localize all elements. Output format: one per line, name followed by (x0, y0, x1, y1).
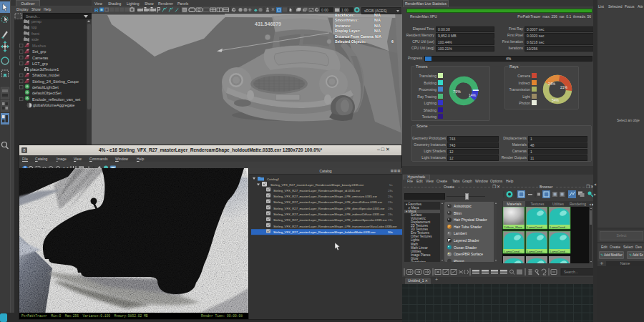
svg-text:Shadow_model: Shadow_model (32, 73, 59, 77)
svg-text:5s: 5s (389, 183, 393, 187)
svg-text:Stirling_VFX_R27_masterLayer_R: Stirling_VFX_R27_masterLayer_RendercamSh… (273, 218, 387, 222)
svg-text:LamaCond...: LamaCond... (504, 250, 522, 253)
svg-text:28s: 28s (388, 189, 393, 192)
svg-text:R: R (94, 7, 99, 13)
svg-text:Stirling_VFX_R27_masterLayer_R: Stirling_VFX_R27_masterLayer_RendercamSh… (273, 200, 383, 204)
svg-text:Stirling_VFX_R27_masterLayer_R: Stirling_VFX_R27_masterLayer_RendercamSh… (273, 230, 376, 234)
svg-text:globalVolumeAggregate: globalVolumeAggregate (33, 103, 74, 107)
svg-text:Blinn: Blinn (454, 211, 462, 215)
svg-text:Diffuse_Flare: Diffuse_Flare (504, 225, 523, 229)
svg-text:place3dTexture1: place3dTexture1 (30, 67, 59, 72)
svg-text:side: side (31, 37, 39, 42)
svg-text:28s: 28s (388, 213, 393, 216)
svg-text:LGT_grp: LGT_grp (32, 62, 48, 66)
svg-text:Set_grp: Set_grp (32, 49, 46, 54)
svg-text:431.546879: 431.546879 (255, 21, 281, 26)
svg-text:front: front (31, 31, 39, 36)
svg-text:Stirling_VFX_R27_masterLayer_R: Stirling_VFX_R27_masterLayer_RendercamSh… (273, 213, 385, 216)
svg-text:LamaCond...: LamaCond... (527, 225, 545, 229)
svg-text:defaultObjectSet: defaultObjectSet (32, 91, 62, 95)
svg-text:Search...: Search... (564, 270, 578, 274)
svg-text:30s: 30s (388, 230, 393, 234)
svg-text:LamaCond...: LamaCond... (550, 250, 568, 253)
svg-text:Stirling_VFX_R27_masterLayer_R: Stirling_VFX_R27_masterLayer_RendercamSh… (273, 225, 397, 228)
svg-text:54%: 54% (552, 98, 560, 102)
svg-text:Phong: Phong (454, 259, 464, 262)
svg-text:defaultLightSet: defaultLightSet (32, 85, 59, 89)
svg-text:28s: 28s (388, 225, 393, 228)
svg-text:Ocean Shader: Ocean Shader (454, 245, 477, 250)
svg-text:28s: 28s (388, 207, 393, 210)
svg-text:28s: 28s (388, 195, 393, 198)
svg-text:Catalog1: Catalog1 (267, 177, 280, 181)
svg-text:LamaCond...: LamaCond... (550, 225, 568, 229)
svg-text:Hair Tube Shader: Hair Tube Shader (454, 225, 482, 229)
svg-text:Hair Physical Shader: Hair Physical Shader (454, 218, 487, 222)
svg-text:LamaCond...: LamaCond... (527, 250, 545, 253)
svg-text:21%: 21% (560, 85, 568, 89)
svg-text:79%: 79% (453, 89, 461, 94)
svg-text:Stirling_VFX_R27_masterLayer_R: Stirling_VFX_R27_masterLayer_RendercamSh… (270, 183, 364, 187)
svg-text:Stirling_VFX_R27_masterLayer_R: Stirling_VFX_R27_masterLayer_RendercamSh… (273, 195, 378, 198)
svg-text:1.00: 1.00 (341, 8, 348, 12)
svg-text:Stirling_24_Stirling_Coupe: Stirling_24_Stirling_Coupe (32, 79, 79, 84)
svg-text:Layered Shader: Layered Shader (454, 238, 479, 243)
svg-text:persp: persp (31, 19, 42, 24)
svg-text:Cameras: Cameras (32, 56, 49, 60)
svg-text:Anisotropic: Anisotropic (454, 204, 472, 208)
svg-text:Exclude_reflection_van_set: Exclude_reflection_van_set (32, 97, 81, 102)
svg-text:28s: 28s (388, 218, 393, 222)
svg-text:24%: 24% (548, 82, 556, 86)
svg-text:0.00: 0.00 (321, 8, 328, 12)
svg-text:Meshes: Meshes (32, 44, 47, 48)
svg-text:Stirling_VFX_R27_masterLayer_R: Stirling_VFX_R27_masterLayer_RendercamSh… (273, 189, 361, 192)
svg-text:OpenPBR Surface: OpenPBR Surface (454, 252, 483, 256)
svg-text:28s: 28s (388, 200, 393, 204)
svg-text:Lambert: Lambert (454, 231, 467, 235)
svg-text:14%: 14% (469, 93, 477, 97)
svg-text:Stirling_VFX_R27_masterLayer_R: Stirling_VFX_R27_masterLayer_RendercamSh… (273, 207, 385, 210)
svg-text:top: top (31, 25, 37, 29)
